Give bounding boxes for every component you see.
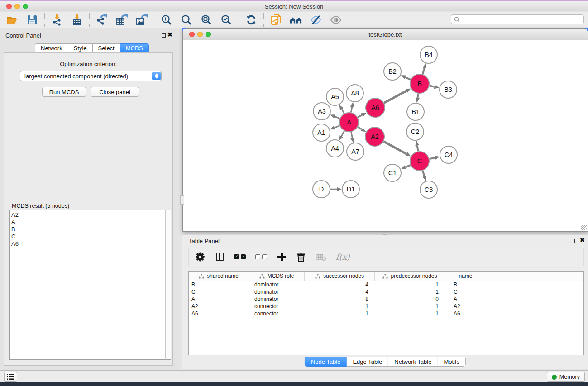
graph-edge-A-A8[interactable]: [351, 107, 352, 112]
zoom-fit-icon[interactable]: [200, 14, 213, 26]
column-header-shared-name[interactable]: shared name: [189, 272, 249, 281]
tab-motifs[interactable]: Motifs: [437, 357, 466, 367]
graph-edge-A2-C[interactable]: [383, 142, 406, 154]
graph-node-A6[interactable]: A6: [366, 98, 385, 117]
tab-mcds[interactable]: MCDS: [120, 43, 149, 53]
export-image-icon[interactable]: [135, 14, 148, 26]
network-canvas[interactable]: B4B2BB3A5A8A6A3AB1A1C2A2A4A7C4CC1DD1C3: [183, 40, 588, 231]
graph-node-A4[interactable]: A4: [326, 140, 344, 157]
select-all-rows-icon[interactable]: ✓✓: [234, 252, 246, 262]
show-all-icon[interactable]: [330, 14, 342, 26]
table-row[interactable]: A6connector11A6: [189, 310, 583, 317]
criterion-dropdown[interactable]: largest connected component (directed): [20, 71, 162, 81]
mcds-result-item[interactable]: A: [11, 219, 171, 226]
column-header-predecessor-nodes[interactable]: predecessor nodes: [375, 272, 445, 281]
import-network-icon[interactable]: [51, 14, 63, 26]
graph-node-C2[interactable]: C2: [406, 123, 424, 140]
graph-node-C4[interactable]: C4: [440, 146, 457, 163]
tab-network-table[interactable]: Network Table: [388, 357, 438, 367]
table-close-panel-icon[interactable]: ✖: [580, 237, 585, 243]
tab-node-table[interactable]: Node Table: [305, 357, 347, 367]
graph-node-C[interactable]: C: [410, 152, 429, 171]
import-table-icon[interactable]: [71, 14, 83, 26]
search-input[interactable]: [462, 15, 583, 24]
tab-edge-table[interactable]: Edge Table: [346, 357, 388, 367]
graph-node-A2[interactable]: A2: [365, 127, 384, 146]
resize-handle[interactable]: [581, 225, 587, 230]
panel-divider-grip[interactable]: [382, 232, 387, 235]
graph-edge-A-A1[interactable]: [335, 126, 339, 128]
graph-node-A3[interactable]: A3: [313, 103, 330, 120]
graph-node-C1[interactable]: C1: [384, 164, 401, 181]
graph-node-A[interactable]: A: [339, 113, 359, 132]
zoom-in-icon[interactable]: [160, 14, 173, 26]
zoom-out-icon[interactable]: [180, 14, 193, 26]
deselect-all-rows-icon[interactable]: [255, 252, 267, 262]
export-table-icon[interactable]: [115, 14, 128, 26]
graph-node-D1[interactable]: D1: [342, 181, 359, 198]
graph-edge-A-A2[interactable]: [358, 127, 362, 129]
column-visibility-icon[interactable]: [215, 252, 225, 262]
graph-node-A8[interactable]: A8: [346, 85, 363, 102]
graph-edge-B-B2[interactable]: [405, 77, 411, 80]
memory-button[interactable]: Memory: [547, 372, 585, 382]
table-row[interactable]: Cdominator41C: [189, 288, 583, 295]
mcds-result-item[interactable]: A6: [11, 240, 171, 248]
graph-edge-C-C4[interactable]: [429, 158, 435, 159]
graph-edge-A-A7[interactable]: [351, 132, 353, 138]
task-history-button[interactable]: [4, 372, 17, 382]
refresh-icon[interactable]: [245, 14, 258, 26]
graph-edge-C-C1[interactable]: [405, 165, 410, 167]
graph-edge-A-A5[interactable]: [342, 109, 344, 114]
graph-edge-B-B1[interactable]: [417, 94, 418, 98]
graph-node-B[interactable]: B: [410, 74, 429, 93]
table-float-panel-icon[interactable]: [574, 239, 578, 243]
graph-node-C3[interactable]: C3: [420, 181, 437, 198]
graph-edge-C-C2[interactable]: [417, 146, 418, 152]
column-header-successor-nodes[interactable]: successor nodes: [305, 272, 375, 281]
float-panel-icon[interactable]: [162, 33, 166, 38]
table-row[interactable]: A2connector11A2: [189, 303, 583, 310]
tab-network[interactable]: Network: [35, 43, 68, 53]
close-panel-icon[interactable]: ✖: [167, 32, 172, 38]
mcds-result-list[interactable]: A2ABCA6: [9, 210, 171, 360]
duplicate-network-icon[interactable]: [270, 14, 282, 26]
mcds-result-item[interactable]: B: [11, 226, 171, 233]
delete-columns-icon[interactable]: [296, 252, 306, 262]
mcds-result-item[interactable]: A2: [11, 211, 171, 219]
export-network-icon[interactable]: [96, 14, 108, 26]
save-session-icon[interactable]: [26, 14, 38, 26]
network-window-titlebar[interactable]: testGlobe.txt: [183, 29, 588, 40]
graph-node-A5[interactable]: A5: [326, 88, 344, 105]
graph-edge-A-A4[interactable]: [342, 131, 344, 136]
close-panel-button[interactable]: Close panel: [91, 87, 139, 97]
tab-style[interactable]: Style: [68, 43, 93, 53]
graph-node-B4[interactable]: B4: [420, 46, 437, 63]
search-field[interactable]: [451, 14, 584, 24]
graph-edge-B-B4[interactable]: [423, 68, 425, 74]
first-neighbors-icon[interactable]: [290, 14, 302, 26]
table-row[interactable]: Bdominator41B: [189, 281, 583, 288]
graph-node-B1[interactable]: B1: [407, 103, 424, 120]
column-header-name[interactable]: name: [445, 272, 486, 281]
mcds-result-item[interactable]: C: [11, 233, 171, 240]
graph-node-B3[interactable]: B3: [440, 81, 457, 98]
mcds-result-scrollbar[interactable]: [165, 210, 171, 360]
column-header-MCDS-role[interactable]: MCDS role: [249, 272, 305, 281]
function-builder-icon[interactable]: f(x): [336, 252, 350, 262]
create-column-icon[interactable]: [277, 252, 287, 262]
graph-edge-B-B3[interactable]: [430, 86, 435, 86]
table-row[interactable]: Adominator80A: [189, 295, 583, 303]
graph-node-D[interactable]: D: [313, 181, 330, 198]
zoom-selected-icon[interactable]: [220, 14, 233, 26]
graph-node-A7[interactable]: A7: [347, 143, 364, 160]
tab-select[interactable]: Select: [92, 43, 120, 53]
graph-edge-A6-B[interactable]: [384, 91, 406, 103]
table-options-icon[interactable]: [195, 252, 205, 262]
hide-selected-icon[interactable]: [310, 14, 322, 26]
graph-edge-A-A6[interactable]: [358, 115, 362, 117]
graph-edge-C-C3[interactable]: [423, 171, 425, 176]
delete-table-icon[interactable]: [316, 252, 326, 262]
open-file-icon[interactable]: [6, 14, 19, 26]
run-mcds-button[interactable]: Run MCDS: [42, 87, 86, 97]
